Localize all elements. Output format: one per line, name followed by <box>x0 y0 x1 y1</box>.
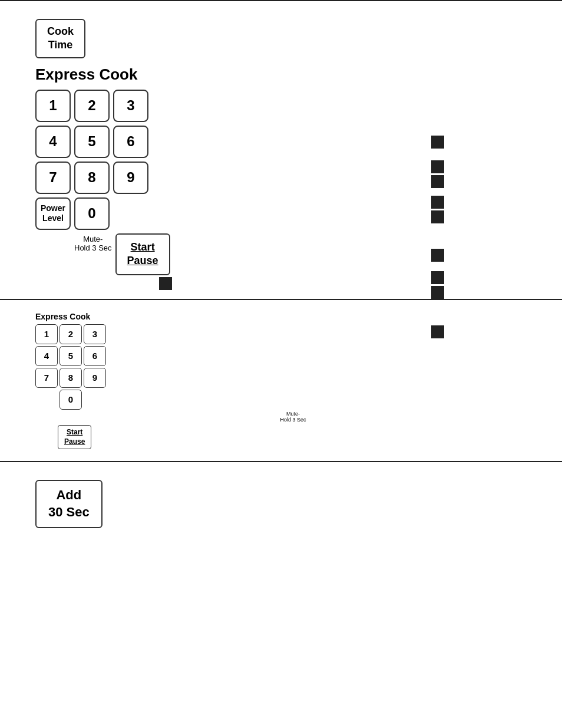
small-key-7[interactable]: 7 <box>35 368 58 388</box>
power-level-line1: Power <box>41 203 65 213</box>
small-keypad: 1 2 3 4 5 6 7 8 9 <box>35 324 527 388</box>
express-cook-small-label: Express Cook <box>35 312 527 321</box>
section1: Cook Time Express Cook 1 2 3 4 5 6 7 8 9… <box>0 1 562 299</box>
cook-time-line1: Cook <box>47 25 74 37</box>
small-key-0[interactable]: 0 <box>59 390 82 410</box>
indicator-square-7 <box>431 271 444 284</box>
small-key-3[interactable]: 3 <box>84 324 106 344</box>
key-2[interactable]: 2 <box>74 90 110 122</box>
indicator-square-1 <box>431 136 444 149</box>
indicator-square-3 <box>431 175 444 188</box>
key-9[interactable]: 9 <box>113 162 148 194</box>
power-level-button[interactable]: Power Level <box>35 197 71 230</box>
key-4[interactable]: 4 <box>35 126 71 158</box>
key-2-label: 2 <box>88 97 95 114</box>
power-level-line2: Level <box>42 213 64 223</box>
key-5[interactable]: 5 <box>74 126 110 158</box>
small-key-9[interactable]: 9 <box>84 368 106 388</box>
key-7[interactable]: 7 <box>35 162 71 194</box>
indicator-square-5 <box>431 210 444 223</box>
key-0[interactable]: 0 <box>74 197 110 230</box>
key-8-label: 8 <box>88 169 95 186</box>
start-line1: Start <box>131 241 155 253</box>
add30-line2: 30 Sec <box>48 505 90 519</box>
small-key-1[interactable]: 1 <box>35 324 58 344</box>
mute-start-row: Mute- Hold 3 Sec Start Pause <box>35 232 527 275</box>
small-key-2[interactable]: 2 <box>59 324 82 344</box>
key-6-label: 6 <box>127 133 134 150</box>
key-3-label: 3 <box>127 97 134 114</box>
key-1-label: 1 <box>49 97 57 114</box>
small-key-4[interactable]: 4 <box>35 346 58 366</box>
indicator-square-mute <box>159 277 172 290</box>
cook-time-line2: Time <box>48 39 73 51</box>
small-key-8[interactable]: 8 <box>59 368 82 388</box>
express-cook-label: Express Cook <box>35 65 527 84</box>
add30-line1: Add <box>56 487 81 502</box>
indicator-square-2 <box>431 160 444 173</box>
section2: Express Cook 1 2 3 4 5 6 7 8 9 0 Mute- H… <box>0 300 562 462</box>
small-start-pause-button[interactable]: Start Pause <box>58 425 91 449</box>
key-9-label: 9 <box>127 169 134 186</box>
section3: Add 30 Sec <box>0 462 562 551</box>
mute-label: Mute- Hold 3 Sec <box>74 235 112 253</box>
express-cook-keypad: 1 2 3 4 5 6 7 8 9 <box>35 90 527 194</box>
power-level-label: Power Level <box>41 203 65 223</box>
mute-line2: Hold 3 Sec <box>74 243 112 252</box>
start-line2: Pause <box>127 255 158 266</box>
mute-section: Mute- Hold 3 Sec <box>74 232 112 253</box>
cook-time-button[interactable]: Cook Time <box>35 19 85 58</box>
indicator-square-8 <box>431 286 444 299</box>
bottom-keypad-row: Power Level 0 <box>35 197 527 230</box>
key-8[interactable]: 8 <box>74 162 110 194</box>
add-30-sec-button[interactable]: Add 30 Sec <box>35 480 103 528</box>
small-key-6[interactable]: 6 <box>84 346 106 366</box>
key-4-label: 4 <box>49 133 57 150</box>
key-3[interactable]: 3 <box>113 90 148 122</box>
indicator-square-6 <box>431 249 444 262</box>
key-1[interactable]: 1 <box>35 90 71 122</box>
key-7-label: 7 <box>49 169 57 186</box>
mute-line1: Mute- <box>83 235 103 243</box>
key-0-label: 0 <box>88 205 95 222</box>
indicator-square-4 <box>431 196 444 209</box>
small-mute-label: Mute- Hold 3 Sec <box>59 411 527 424</box>
key-6[interactable]: 6 <box>113 126 148 158</box>
key-5-label: 5 <box>88 133 95 150</box>
start-pause-button[interactable]: Start Pause <box>115 233 170 275</box>
small-key-5[interactable]: 5 <box>59 346 82 366</box>
